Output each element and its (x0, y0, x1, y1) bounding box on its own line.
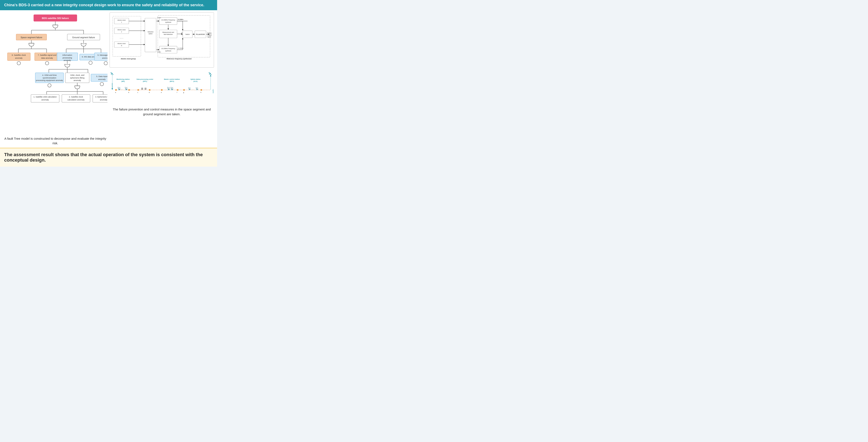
left-panel: BDS satellite SIS failure Space segment … (3, 12, 107, 146)
svg-point-50 (100, 83, 104, 86)
svg-text:e: e (161, 91, 162, 93)
uls-label: Uplink station (190, 78, 200, 81)
svg-text:Atomic clock: Atomic clock (118, 29, 126, 30)
svg-text:anomaly: anomaly (98, 78, 105, 81)
svg-point-49 (48, 84, 51, 87)
svg-text:g: g (183, 91, 184, 93)
sat-clock-calc-label: 2. Satellite clock (69, 96, 83, 98)
pll-vcxo-label: PLL&VCXO (196, 33, 205, 35)
svg-point-139 (177, 89, 179, 91)
svg-rect-68 (115, 28, 129, 34)
fault-tree-svg: BDS satellite SIS failure Space segment … (3, 12, 107, 134)
svg-text:🖥: 🖥 (141, 87, 144, 90)
svg-point-33 (89, 61, 92, 65)
info-proc-label: Information (62, 54, 72, 56)
network-diagram-svg: 🛰 🛰 Downlink Uplink Monitoring station (… (110, 71, 214, 102)
sat-signal-label: 7. Satellite signal and (38, 54, 56, 56)
svg-text:10.23MHz: 10.23MHz (178, 48, 184, 49)
svg-rect-84 (159, 46, 177, 53)
svg-text:frequency: frequency (207, 34, 212, 36)
svg-point-143 (200, 89, 202, 91)
svg-text:📡: 📡 (195, 87, 199, 90)
svg-point-141 (183, 89, 185, 91)
atomic-clock-group-label: Atomic clock group (121, 58, 136, 60)
svg-text:f: f (177, 91, 178, 93)
svg-text:fault detection: fault detection (164, 34, 173, 35)
svg-text:data anomaly: data anomaly (41, 57, 53, 59)
svg-text:N: N (121, 45, 122, 46)
caption-right: The failure prevention and control measu… (110, 107, 214, 117)
svg-text:10.23MHz: 10.23MHz (178, 19, 184, 20)
svg-text:h: h (200, 91, 201, 93)
header-bar: China's BDS-3 carried out a new integrit… (0, 0, 217, 10)
svg-text:(MCS): (MCS) (170, 81, 174, 82)
svg-text:📡: 📡 (124, 87, 128, 90)
footer-text: The assessment result shows that the act… (4, 152, 203, 163)
svg-point-131 (128, 89, 130, 91)
caption-left: A fault Tree model is constructed to dec… (3, 136, 107, 146)
svg-point-129 (115, 89, 117, 91)
svg-text:Measurement and: Measurement and (162, 32, 174, 33)
sat-clock-label: 8. Satellite clock (12, 54, 26, 56)
svg-text:anomaly: anomaly (102, 57, 107, 59)
space-segment-label: Space segment failure (21, 36, 42, 39)
svg-text:synchronization: synchronization (42, 77, 56, 79)
header-title: China's BDS-3 carried out a new integrit… (4, 3, 205, 7)
svg-text:signal: signal (207, 36, 211, 38)
svg-text:🛰: 🛰 (209, 72, 212, 75)
footer-bar: The assessment result shows that the act… (0, 148, 217, 167)
svg-rect-72 (115, 42, 129, 48)
dpc-label: Data processing center (136, 78, 153, 81)
mcs-label: Master control station (164, 78, 180, 81)
ms-label: Monitoring station (117, 78, 130, 81)
svg-point-135 (149, 89, 151, 91)
main-content: BDS satellite SIS failure Space segment … (0, 10, 217, 148)
clock-diagram: Atomic clock group Atomic clock 1 Atomic… (110, 12, 214, 68)
svg-text:switch: switch (148, 33, 152, 34)
svg-point-20 (45, 62, 49, 65)
svg-text:……: …… (120, 37, 124, 39)
svg-text:📡: 📡 (117, 87, 121, 90)
svg-text:b: b (128, 91, 129, 93)
data-input-label: 5. Data input (96, 75, 107, 78)
svg-rect-65 (115, 18, 129, 24)
clock-diagram-svg: Atomic clock group Atomic clock 1 Atomic… (112, 14, 212, 65)
right-panel: Atomic clock group Atomic clock 1 Atomic… (110, 12, 214, 146)
svg-text:a: a (115, 91, 116, 93)
orbit-time-label: 4. Orbit and time (42, 74, 57, 76)
svg-text:anomaly: anomaly (15, 57, 23, 59)
svg-text:2: 2 (121, 31, 122, 33)
svg-text:Atomic clock: Atomic clock (118, 20, 126, 21)
svg-rect-78 (145, 18, 156, 52)
root-label: BDS satellite SIS failure (42, 17, 69, 20)
selective-switch-label: Selective (148, 31, 153, 33)
sat-orbit-calc-label: 1. Satellite orbit calculation (33, 96, 57, 98)
svg-text:10MHz: 10MHz (157, 51, 161, 53)
svg-text:processing: processing (63, 57, 72, 59)
network-diagram: 🛰 🛰 Downlink Uplink Monitoring station (… (110, 69, 214, 104)
svg-point-19 (17, 62, 21, 65)
svg-text:calculation anomaly: calculation anomaly (67, 99, 85, 101)
svg-text:📡: 📡 (188, 87, 191, 90)
svg-text:anomaly: anomaly (100, 99, 107, 101)
downlink-label: Downlink (111, 83, 113, 89)
svg-text:synthesis: synthesis (165, 50, 171, 52)
svg-text:processing equipment anomaly: processing equipment anomaly (36, 80, 63, 82)
svg-text:(ULS): (ULS) (193, 81, 198, 82)
svg-text:1: 1 (121, 22, 122, 23)
svg-rect-81 (159, 18, 177, 25)
svg-text:10MHz: 10MHz (157, 17, 161, 19)
svg-point-137 (161, 89, 163, 91)
svg-point-133 (137, 89, 139, 91)
svg-text:(MS): (MS) (122, 81, 125, 82)
svg-text:d: d (149, 91, 150, 93)
svg-point-34 (104, 62, 107, 65)
ref-freq-signal-label: Reference (207, 32, 212, 34)
svg-text:(DPC): (DPC) (143, 81, 147, 82)
ref-freq-synth-label: Reference frequency synthesizer (166, 58, 192, 60)
svg-text:anomaly: anomaly (74, 80, 81, 82)
msg-upload-label: 9. Message upload (97, 54, 107, 56)
svg-text:c: c (137, 91, 138, 93)
svg-text:📡: 📡 (170, 87, 174, 90)
svg-text:…: … (121, 88, 123, 90)
